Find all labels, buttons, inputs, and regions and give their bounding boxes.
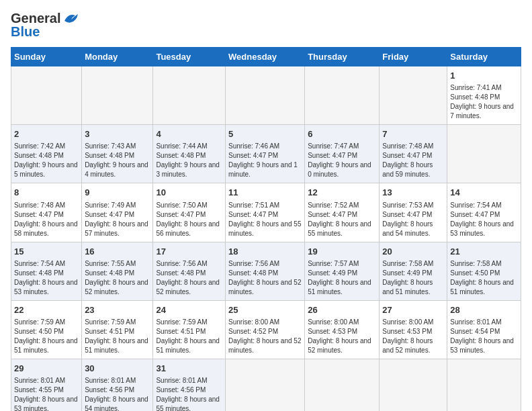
cell-info: Sunrise: 8:00 AMSunset: 4:53 PMDaylight:… [382,318,444,355]
calendar-cell: 28Sunrise: 8:01 AMSunset: 4:54 PMDayligh… [447,300,521,359]
calendar-cell: 29Sunrise: 8:01 AMSunset: 4:55 PMDayligh… [11,359,82,411]
header-day-saturday: Saturday [447,48,521,66]
day-number: 23 [85,304,150,316]
calendar-cell: 18Sunrise: 7:56 AMSunset: 4:48 PMDayligh… [226,242,305,300]
day-number: 17 [156,246,222,258]
cell-info: Sunrise: 7:43 AMSunset: 4:48 PMDaylight:… [85,142,150,179]
week-row-1: 1Sunrise: 7:41 AMSunset: 4:48 PMDaylight… [11,66,521,125]
calendar-cell: 26Sunrise: 8:00 AMSunset: 4:53 PMDayligh… [305,300,380,359]
day-number: 7 [382,128,444,140]
calendar-cell [226,359,305,411]
day-number: 3 [85,128,150,140]
calendar-cell: 25Sunrise: 8:00 AMSunset: 4:52 PMDayligh… [226,300,305,359]
header-day-sunday: Sunday [11,48,82,66]
calendar-cell: 3Sunrise: 7:43 AMSunset: 4:48 PMDaylight… [82,125,153,183]
day-number: 30 [85,363,150,375]
week-row-3: 8Sunrise: 7:48 AMSunset: 4:47 PMDaylight… [11,183,521,242]
calendar-cell: 12Sunrise: 7:52 AMSunset: 4:47 PMDayligh… [305,183,380,242]
day-number: 14 [450,187,518,199]
day-number: 26 [308,304,376,316]
cell-info: Sunrise: 7:48 AMSunset: 4:47 PMDaylight:… [14,201,79,238]
cell-info: Sunrise: 8:01 AMSunset: 4:56 PMDaylight:… [156,376,222,411]
logo-blue-text: Blue [11,24,40,39]
cell-info: Sunrise: 7:44 AMSunset: 4:48 PMDaylight:… [156,142,222,179]
calendar-cell: 22Sunrise: 7:59 AMSunset: 4:50 PMDayligh… [11,300,82,359]
cell-info: Sunrise: 7:59 AMSunset: 4:51 PMDaylight:… [85,318,150,355]
cell-info: Sunrise: 7:58 AMSunset: 4:50 PMDaylight:… [450,259,518,297]
calendar-header: SundayMondayTuesdayWednesdayThursdayFrid… [11,48,521,66]
logo-bird-icon [62,11,81,25]
day-number: 31 [156,363,222,375]
calendar-cell [305,359,380,411]
calendar-cell: 16Sunrise: 7:55 AMSunset: 4:48 PMDayligh… [82,242,153,300]
calendar-cell: 20Sunrise: 7:58 AMSunset: 4:49 PMDayligh… [380,242,447,300]
day-number: 4 [156,128,222,140]
cell-info: Sunrise: 7:49 AMSunset: 4:47 PMDaylight:… [85,201,150,238]
cell-info: Sunrise: 7:58 AMSunset: 4:49 PMDaylight:… [382,259,444,297]
calendar-cell [11,66,82,125]
cell-info: Sunrise: 7:55 AMSunset: 4:48 PMDaylight:… [85,259,150,297]
day-number: 5 [228,128,302,140]
day-number: 22 [14,304,79,316]
calendar-cell: 2Sunrise: 7:42 AMSunset: 4:48 PMDaylight… [11,125,82,183]
week-row-2: 2Sunrise: 7:42 AMSunset: 4:48 PMDaylight… [11,125,521,183]
cell-info: Sunrise: 8:00 AMSunset: 4:53 PMDaylight:… [308,318,376,355]
day-number: 24 [156,304,222,316]
header-day-wednesday: Wednesday [226,48,305,66]
calendar-cell [153,66,226,125]
calendar-cell [380,66,447,125]
cell-info: Sunrise: 8:00 AMSunset: 4:52 PMDaylight:… [228,318,302,355]
calendar-cell: 13Sunrise: 7:53 AMSunset: 4:47 PMDayligh… [380,183,447,242]
cell-info: Sunrise: 7:57 AMSunset: 4:49 PMDaylight:… [308,259,376,297]
day-number: 18 [228,246,302,258]
cell-info: Sunrise: 7:47 AMSunset: 4:47 PMDaylight:… [308,142,376,179]
calendar-cell: 10Sunrise: 7:50 AMSunset: 4:47 PMDayligh… [153,183,226,242]
calendar-cell: 5Sunrise: 7:46 AMSunset: 4:47 PMDaylight… [226,125,305,183]
cell-info: Sunrise: 7:54 AMSunset: 4:47 PMDaylight:… [450,201,518,238]
day-number: 20 [382,246,444,258]
cell-info: Sunrise: 7:51 AMSunset: 4:47 PMDaylight:… [228,201,302,238]
day-number: 29 [14,363,79,375]
day-number: 25 [228,304,302,316]
calendar-cell [447,125,521,183]
cell-info: Sunrise: 7:46 AMSunset: 4:47 PMDaylight:… [228,142,302,179]
day-number: 13 [382,187,444,199]
day-number: 2 [14,128,79,140]
logo-container: General Blue [11,11,81,39]
day-number: 21 [450,246,518,258]
calendar-cell: 14Sunrise: 7:54 AMSunset: 4:47 PMDayligh… [447,183,521,242]
cell-info: Sunrise: 7:48 AMSunset: 4:47 PMDaylight:… [382,142,444,179]
calendar-cell [305,66,380,125]
day-number: 16 [85,246,150,258]
calendar-cell: 9Sunrise: 7:49 AMSunset: 4:47 PMDaylight… [82,183,153,242]
week-row-5: 22Sunrise: 7:59 AMSunset: 4:50 PMDayligh… [11,300,521,359]
day-number: 27 [382,304,444,316]
header-day-friday: Friday [380,48,447,66]
calendar-cell [380,359,447,411]
cell-info: Sunrise: 7:56 AMSunset: 4:48 PMDaylight:… [156,259,222,297]
header-day-thursday: Thursday [305,48,380,66]
calendar-cell: 23Sunrise: 7:59 AMSunset: 4:51 PMDayligh… [82,300,153,359]
cell-info: Sunrise: 7:59 AMSunset: 4:51 PMDaylight:… [156,318,222,355]
calendar-cell [82,66,153,125]
cell-info: Sunrise: 7:59 AMSunset: 4:50 PMDaylight:… [14,318,79,355]
cell-info: Sunrise: 8:01 AMSunset: 4:55 PMDaylight:… [14,376,79,411]
calendar-table: SundayMondayTuesdayWednesdayThursdayFrid… [11,47,521,411]
day-number: 8 [14,187,79,199]
day-number: 1 [450,70,518,82]
calendar-cell [226,66,305,125]
logo: General Blue [11,11,81,39]
calendar-cell: 7Sunrise: 7:48 AMSunset: 4:47 PMDaylight… [380,125,447,183]
day-number: 19 [308,246,376,258]
header-day-monday: Monday [82,48,153,66]
cell-info: Sunrise: 7:54 AMSunset: 4:48 PMDaylight:… [14,259,79,297]
day-number: 28 [450,304,518,316]
calendar-cell: 27Sunrise: 8:00 AMSunset: 4:53 PMDayligh… [380,300,447,359]
cell-info: Sunrise: 7:42 AMSunset: 4:48 PMDaylight:… [14,142,79,179]
header-row: SundayMondayTuesdayWednesdayThursdayFrid… [11,48,521,66]
day-number: 6 [308,128,376,140]
day-number: 10 [156,187,222,199]
day-number: 15 [14,246,79,258]
day-number: 11 [228,187,302,199]
calendar-cell: 30Sunrise: 8:01 AMSunset: 4:56 PMDayligh… [82,359,153,411]
